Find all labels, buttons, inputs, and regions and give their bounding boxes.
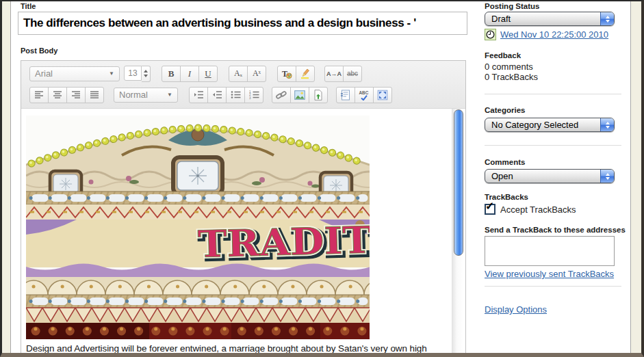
align-justify-icon [90,90,99,99]
title-label: Title [21,2,36,10]
paragraph-style-select[interactable]: Normal ▼ [114,88,178,103]
divider [485,94,621,94]
entry-sidebar: Posting Status Draft Wed Nov 10 22:25:00… [485,1,625,353]
page-preview-button[interactable] [336,87,355,103]
comments-count: 0 comments [485,62,533,72]
indent-icon [194,90,204,99]
main-panel: Title The differences between an adverti… [11,1,630,353]
align-right-button[interactable] [66,87,86,103]
image-icon [294,90,305,101]
font-family-select[interactable]: Arial ▼ [29,66,120,81]
select-stepper-icon [600,118,614,131]
fullscreen-icon [377,90,388,101]
underline-button[interactable]: U [198,66,218,82]
svg-text:ABC: ABC [359,90,369,95]
rich-text-editor: Arial ▼ 13 B I U [21,60,466,357]
image-sign-text-outline: TRADITIONAL [197,214,370,266]
divider [485,145,621,146]
spellcheck-icon: ABC [359,90,370,101]
display-options-link[interactable]: Display Options [485,304,547,315]
view-sent-trackbacks-link[interactable]: View previously sent TrackBacks [485,269,614,279]
stepper-up-icon [144,70,148,72]
chevron-down-icon: ▼ [109,70,114,77]
align-justify-button[interactable] [85,87,104,103]
text-color-icon: T [281,68,292,79]
title-input[interactable]: The differences between an advertising b… [18,12,467,35]
italic-button[interactable]: I [180,66,199,82]
trackback-addresses-textarea[interactable] [485,236,615,266]
select-stepper-icon [600,170,614,183]
align-right-icon [71,90,81,99]
subscript-button[interactable]: Aₓ [229,66,248,82]
bold-button[interactable]: B [162,66,181,82]
indent-button[interactable] [189,87,208,103]
categories-value: No Category Selected [491,120,578,130]
bullet-list-icon [231,90,241,99]
outdent-button[interactable] [207,87,227,103]
editor-toolbar: Arial ▼ 13 B I U [21,61,465,109]
scrollbar-thumb[interactable] [454,109,463,256]
trackbacks-count: 0 TrackBacks [485,72,538,82]
font-family-value: Arial [35,68,53,79]
highlight-button[interactable] [296,66,315,82]
divider [485,286,621,287]
send-trackback-label: Send a TrackBack to these addresses [485,226,626,234]
entry-edit-window: Title The differences between an adverti… [0,0,644,357]
posting-status-value: Draft [491,14,511,24]
checkmark-icon: ✓ [485,200,494,213]
stepper-down-icon [144,75,148,77]
numbered-list-button[interactable]: 123 [244,87,263,103]
outdent-icon [212,90,222,99]
numbered-list-icon: 123 [249,90,259,99]
accept-trackbacks-label: Accept TrackBacks [500,204,576,215]
fullscreen-button[interactable] [373,87,392,103]
accept-trackbacks-checkbox[interactable]: ✓ [485,204,495,215]
clock-icon [485,29,496,40]
highlighter-icon [300,68,311,79]
link-icon [276,90,287,101]
editor-content-area[interactable]: TRADITIONAL TRADITIONAL TRADITIONAL [21,109,465,357]
comments-value: Open [491,171,513,181]
comments-select[interactable]: Open [485,169,615,183]
text-color-button[interactable]: T [277,66,296,82]
insert-link-button[interactable] [272,87,291,103]
post-body-paragraph[interactable]: Design and Advertising will be forever e… [26,343,450,354]
feedback-label: Feedback [485,51,521,60]
align-center-button[interactable] [48,87,67,103]
insert-file-button[interactable] [309,87,328,103]
svg-text:3: 3 [249,96,251,99]
paragraph-style-value: Normal [119,90,148,100]
bullet-list-button[interactable] [226,87,245,103]
align-left-icon [34,90,44,99]
posting-status-select[interactable]: Draft [485,12,615,26]
font-size-value[interactable]: 13 [124,66,142,81]
right-gutter [630,1,641,353]
font-size-stepper[interactable] [142,66,151,82]
posting-status-label: Posting Status [485,2,540,10]
chevron-down-icon: ▼ [167,92,172,98]
categories-label: Categories [485,106,525,114]
file-upload-icon [313,90,324,101]
publish-date-link[interactable]: Wed Nov 10 22:25:00 2010 [500,29,608,40]
spellcheck-button[interactable]: ABC [355,87,374,103]
post-body-label: Post Body [21,47,57,55]
select-stepper-icon [600,12,614,25]
editor-scrollbar[interactable] [452,109,464,357]
page-icon [340,90,351,101]
post-image[interactable]: TRADITIONAL TRADITIONAL TRADITIONAL [26,116,370,339]
categories-select[interactable]: No Category Selected [485,118,615,132]
align-left-button[interactable] [29,87,49,103]
font-change-button[interactable]: A→A [324,66,344,82]
strikethrough-button[interactable]: abc [343,66,362,82]
align-center-icon [53,90,62,99]
comments-setting-label: Comments [485,158,525,166]
insert-image-button[interactable] [290,87,309,103]
superscript-button[interactable]: Aˣ [247,66,266,82]
left-gutter [2,1,11,353]
